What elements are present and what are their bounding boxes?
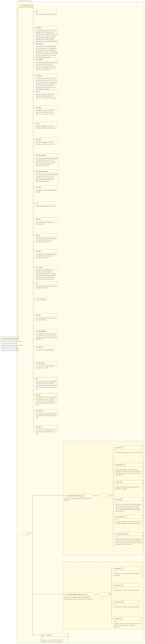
occurs: 0..∞ xyxy=(115,501,118,502)
attr-desc: A URI which identifies a concept. xyxy=(35,206,56,207)
attr-label: creatoruri xyxy=(36,43,43,44)
attr-label: value xyxy=(36,314,40,316)
attr-label: valuedatatype xyxy=(36,330,47,332)
attr-box: valueunit xyxy=(35,345,54,349)
collapse-icon[interactable]: + xyxy=(126,533,128,535)
collapse-icon[interactable]: + xyxy=(122,601,124,603)
element-box[interactable]: remoteInfo+ xyxy=(115,515,143,518)
crg-item-related[interactable]: related+0..∞A related concept, where the… xyxy=(114,617,141,628)
element-box[interactable]: narrower+ xyxy=(114,600,139,604)
element-box[interactable]: note+ xyxy=(115,480,143,484)
attr-label: qcode xyxy=(36,186,41,188)
cdg-item-remoteInfo[interactable]: remoteInfo+0..∞A link to an item or a we… xyxy=(115,515,143,524)
element-desc: An identifier of a concept with equivale… xyxy=(114,573,141,576)
attr-valueunituri: valueunituriThe unit of the value attrib… xyxy=(35,361,58,369)
attr-desc: The local identifier of the property. xyxy=(35,14,57,16)
crg-item-broader[interactable]: broader+0..∞An identifier of a more gene… xyxy=(114,583,139,591)
element-box[interactable]: hierarchyInfo+ xyxy=(115,532,143,536)
collapse-icon[interactable]: + xyxy=(121,446,123,448)
cdg-item-facet[interactable]: facet+0..∞In NAR 1.8 and later, facet is… xyxy=(115,498,143,512)
attr-desc: The unit of the value attribute - expres… xyxy=(35,365,58,369)
element-box[interactable]: broader+ xyxy=(114,583,139,587)
collapse-icon[interactable]: + xyxy=(120,481,122,483)
attributes-box[interactable]: attributes − xyxy=(19,4,33,8)
stack-icon xyxy=(143,480,143,490)
expand-icon[interactable]: − xyxy=(28,532,30,534)
stack-icon xyxy=(58,154,58,167)
collapse-icon[interactable]: + xyxy=(121,568,123,570)
element-label: remoteInfo xyxy=(116,516,124,518)
attr-box: creatoruri xyxy=(35,42,58,46)
expand-icon[interactable]: − xyxy=(30,5,32,7)
sequence-compositor[interactable]: − xyxy=(19,531,29,535)
attr-label: uri xyxy=(36,202,38,204)
attr-box: uri xyxy=(35,202,56,205)
element-label: narrower xyxy=(115,601,121,603)
attr-box: any ##other xyxy=(35,297,47,301)
stack-icon xyxy=(141,567,142,577)
collapse-icon[interactable]: + xyxy=(121,498,123,500)
expand-icon[interactable]: − xyxy=(109,495,111,497)
collapse-icon[interactable]: + xyxy=(125,516,127,518)
attr-box: modified xyxy=(35,58,58,62)
collapse-icon[interactable]: + xyxy=(124,464,126,466)
element-desc: Additional natural language information … xyxy=(115,486,143,490)
element-desc: A natural language name for the concept. xyxy=(115,452,141,454)
attr-label: ##other xyxy=(40,298,46,300)
attr-desc: A qualified code which identifies a conc… xyxy=(35,190,58,193)
attr-pubconstraint: pubconstraintOne or many constraints tha… xyxy=(35,154,58,167)
cdg-sequence[interactable]: − xyxy=(100,494,110,498)
attr-box: qcode xyxy=(35,186,58,189)
cdg-item-name[interactable]: name+0..∞A natural language name for the… xyxy=(115,446,141,454)
attr-desc: If the attribute is empty, specifies whi… xyxy=(35,46,58,58)
cdg-item-hierarchyInfo[interactable]: hierarchyInfo+0..∞Represents the positio… xyxy=(115,532,143,545)
element-box[interactable]: sameAs+ xyxy=(114,567,141,570)
element-desc: An identifier of a more specific concept… xyxy=(114,606,139,608)
crg-label: ConceptRelationshipsGroup xyxy=(65,594,85,595)
attr-label: why xyxy=(36,122,39,124)
attr-type: typeThe type of the concept assigned as … xyxy=(35,234,58,243)
any-element[interactable]: any ##other 0..∞ Extension point for pro… xyxy=(41,633,68,643)
attr-label: typeuri xyxy=(36,250,41,252)
concept-relationships-group[interactable]: ConceptRelationshipsGroup− A group of pr… xyxy=(64,592,95,600)
cdg-item-note[interactable]: note+0..∞Additional natural language inf… xyxy=(115,480,143,490)
attr-label: reluri xyxy=(36,394,40,396)
stack-icon xyxy=(141,446,142,454)
any-occurs: 0..∞ xyxy=(41,637,43,638)
expand-icon[interactable]: − xyxy=(86,593,88,595)
occurs: 0..∞ xyxy=(115,466,118,468)
element-box[interactable]: name+ xyxy=(115,446,141,449)
element-box[interactable]: related+ xyxy=(114,617,141,620)
collapse-icon[interactable]: + xyxy=(121,584,123,586)
crg-item-narrower[interactable]: narrower+0..∞An identifier of a more spe… xyxy=(114,600,139,608)
any-label: ##other xyxy=(46,634,52,636)
attr-box: typeuri xyxy=(35,250,58,253)
cdg-item-definition[interactable]: definition+0..∞A natural language defini… xyxy=(115,463,143,476)
element-desc: Represents the position of a concept in … xyxy=(115,538,143,545)
root-element[interactable]: itemMetaExtProperty− Extension Property;… xyxy=(0,337,23,352)
expand-icon[interactable]: − xyxy=(17,338,19,340)
any-prefix: any xyxy=(36,298,39,300)
attr-label: custom xyxy=(36,75,42,76)
attr-box: rel xyxy=(35,377,58,381)
attr-##other: any ##other xyxy=(35,297,47,301)
crg-choice[interactable]: − xyxy=(100,592,110,596)
attr-label: rel xyxy=(36,378,38,380)
attr-box: creator xyxy=(35,26,58,30)
attr-label: pubconstrainturi xyxy=(36,170,48,172)
crg-item-sameAs[interactable]: sameAs+0..∞An identifier of a concept wi… xyxy=(114,567,141,576)
attr-desc: Indicates by which means the value was e… xyxy=(35,94,58,99)
collapse-icon[interactable]: + xyxy=(120,618,122,620)
occurs: 0..∞ xyxy=(115,518,118,520)
attr-desc: One or many constraints that apply to pu… xyxy=(35,174,58,182)
element-box[interactable]: definition+ xyxy=(115,463,143,466)
attributes-icon xyxy=(20,5,23,7)
element-box[interactable]: facet+ xyxy=(115,498,143,501)
cdg-desc: A group of properties required to define… xyxy=(64,498,92,502)
stack-icon xyxy=(143,532,143,546)
expand-icon[interactable]: − xyxy=(109,593,111,595)
attr-label: how xyxy=(36,90,40,92)
expand-icon[interactable]: − xyxy=(83,495,85,497)
concept-definition-group[interactable]: ConceptDefinitionGroup− A group of prope… xyxy=(64,494,92,502)
occurs: 0..∞ xyxy=(114,587,116,588)
